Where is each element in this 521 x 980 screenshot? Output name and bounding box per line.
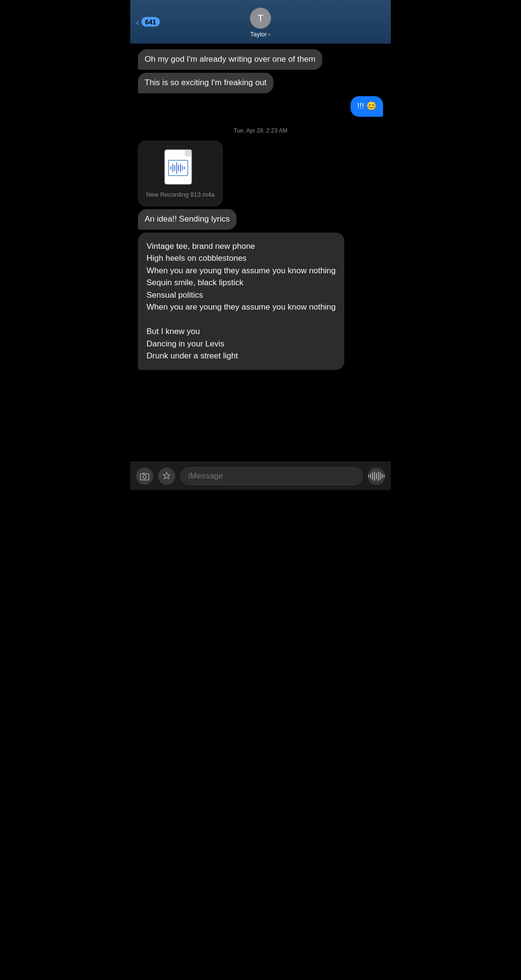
avatar: T <box>250 8 271 29</box>
svg-point-12 <box>143 475 147 479</box>
message-text: Oh my god I'm already writing over one o… <box>145 55 316 64</box>
svg-rect-7 <box>178 165 179 171</box>
header: ‹ 641 T Taylor > <box>130 0 391 44</box>
message-text: This is so exciting I'm freaking out <box>145 78 267 87</box>
svg-rect-10 <box>184 167 185 169</box>
svg-rect-4 <box>172 164 173 172</box>
sent-bubble: !!! 😊 <box>351 96 383 117</box>
file-icon <box>164 149 197 187</box>
message-text: !!! 😊 <box>357 101 376 111</box>
contact-name-row: Taylor > <box>250 31 271 38</box>
message-text: An idea!! Sending lyrics <box>145 214 230 223</box>
svg-rect-1 <box>185 150 192 156</box>
svg-rect-6 <box>176 162 177 174</box>
message-row: An idea!! Sending lyrics <box>138 209 383 230</box>
svg-rect-9 <box>182 166 183 170</box>
message-row: New Recording 813.m4a <box>138 141 383 206</box>
received-bubble: Oh my god I'm already writing over one o… <box>138 49 322 70</box>
svg-rect-11 <box>140 474 149 480</box>
received-bubble: This is so exciting I'm freaking out <box>138 73 273 93</box>
camera-button[interactable] <box>136 468 153 485</box>
file-attachment-bubble[interactable]: New Recording 813.m4a <box>138 141 223 206</box>
received-bubble: An idea!! Sending lyrics <box>138 209 237 230</box>
contact-chevron-icon: > <box>268 32 271 37</box>
contact-info[interactable]: T Taylor > <box>250 8 271 38</box>
input-bar <box>130 462 391 490</box>
appstore-icon <box>162 471 171 481</box>
messages-area: Oh my god I'm already writing over one o… <box>130 44 391 462</box>
svg-rect-5 <box>174 165 175 171</box>
contact-name-label: Taylor <box>250 31 267 38</box>
back-button[interactable]: ‹ 641 <box>136 16 160 27</box>
svg-rect-8 <box>180 164 181 172</box>
timestamp: Tue, Apr 28, 2:23 AM <box>138 127 383 134</box>
lyrics-text: Vintage tee, brand new phone High heels … <box>147 242 336 361</box>
audio-record-button[interactable] <box>368 468 385 485</box>
message-input[interactable] <box>180 467 363 485</box>
message-row: This is so exciting I'm freaking out <box>138 73 383 93</box>
back-badge[interactable]: 641 <box>141 17 160 27</box>
lyrics-bubble: Vintage tee, brand new phone High heels … <box>138 233 344 370</box>
file-name-label: New Recording 813.m4a <box>146 191 215 198</box>
svg-rect-3 <box>170 166 171 170</box>
svg-rect-13 <box>143 473 145 474</box>
message-row: !!! 😊 <box>138 96 383 117</box>
camera-icon <box>140 471 149 481</box>
waveform-icon <box>368 471 385 481</box>
message-row: Oh my god I'm already writing over one o… <box>138 49 383 70</box>
back-chevron-icon: ‹ <box>136 16 139 27</box>
message-row: Vintage tee, brand new phone High heels … <box>138 233 383 370</box>
appstore-button[interactable] <box>158 468 175 485</box>
